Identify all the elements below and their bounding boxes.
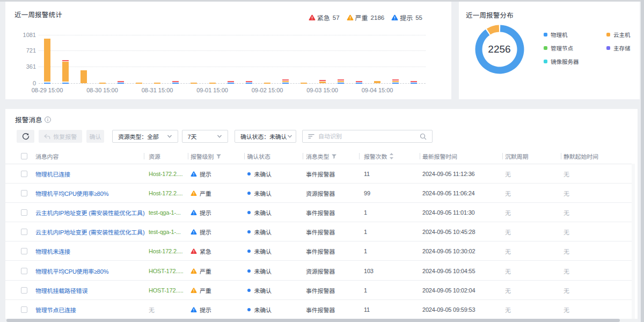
cell-message-content[interactable]: 物理机挂载路径错误 [35, 286, 87, 295]
bar-segment[interactable] [246, 81, 252, 82]
cell-resource[interactable]: 无 [149, 305, 155, 314]
column-header[interactable]: 报警次数 [364, 152, 394, 160]
row-checkbox[interactable] [21, 229, 27, 235]
bar-segment[interactable] [264, 83, 270, 84]
cell-resource[interactable]: Host-172.2.... [149, 248, 182, 254]
row-checkbox[interactable] [21, 287, 27, 294]
table-row[interactable]: 物理机已连接 Host-172.2.... 提示 未确认 事件报警器 11 20… [5, 164, 634, 184]
cell-message-content[interactable]: 物理机已连接 [35, 170, 70, 178]
cell-resource[interactable]: HOST-172..... [149, 287, 184, 294]
dist-legend-item[interactable]: 主存储 [606, 41, 631, 55]
dist-legend-item[interactable]: 镜像服务器 [544, 55, 579, 68]
cell-resource[interactable]: HOST-172..... [149, 268, 184, 274]
column-header[interactable]: 确认状态 [247, 152, 270, 160]
bar-segment[interactable] [209, 83, 216, 84]
cell-resource[interactable]: Host-172.2.... [149, 190, 182, 196]
bar-segment[interactable] [282, 81, 289, 82]
row-checkbox[interactable] [21, 248, 27, 254]
bar-segment[interactable] [301, 83, 307, 84]
resource-type-select[interactable]: 资源类型：全部 [112, 130, 178, 143]
table-row[interactable]: 管理节点已连接 无 提示 未确认 事件报警器 11 2024-09-05 09:… [5, 300, 634, 319]
row-checkbox[interactable] [21, 209, 27, 216]
bar-segment[interactable] [392, 79, 399, 80]
bar-segment[interactable] [282, 79, 289, 80]
cell-message-content[interactable]: 物理机平均CPU使用率≥80% [35, 189, 108, 197]
period-select[interactable]: 7天 [182, 130, 229, 143]
table-row[interactable]: 物理机平均CPU使用率≥80% Host-172.2.... 严重 未确认 资源… [5, 184, 634, 203]
cell-resource[interactable]: test-qga-1-... [149, 229, 181, 235]
bar-segment[interactable] [118, 81, 124, 82]
restore-alert-button[interactable]: 恢复报警 [39, 130, 83, 143]
bar-segment[interactable] [80, 70, 87, 84]
sort-icon[interactable] [389, 152, 394, 160]
cell-message-content[interactable]: 物理机平均CPU使用率≥80% [35, 267, 108, 275]
bar-segment[interactable] [154, 83, 160, 84]
bar-segment[interactable] [338, 81, 344, 82]
dist-legend-item[interactable]: 云主机 [606, 28, 631, 41]
dist-legend-item[interactable]: 管理节点 [544, 41, 579, 55]
dist-legend-item[interactable]: 物理机 [544, 28, 579, 41]
row-checkbox[interactable] [21, 268, 27, 274]
stats-legend-item[interactable]: 提示55 [391, 13, 422, 22]
table-row[interactable]: 云主机内IP地址变更 (需安装性能优化工具) test-qga-1-... 提示… [5, 203, 634, 222]
row-checkbox[interactable] [21, 306, 27, 313]
bar-segment[interactable] [99, 83, 106, 84]
bar-segment[interactable] [411, 83, 417, 84]
bar-segment[interactable] [62, 62, 69, 82]
table-horizontal-scrollbar-thumb[interactable] [6, 319, 620, 322]
bar-segment[interactable] [392, 81, 399, 82]
bar-segment[interactable] [356, 81, 362, 82]
bar-segment[interactable] [228, 83, 234, 84]
column-header[interactable]: 消息内容 [35, 152, 58, 160]
cell-message-content[interactable]: 云主机内IP地址变更 (需安装性能优化工具) [35, 228, 144, 236]
table-vertical-scrollbar[interactable] [632, 164, 635, 319]
column-header[interactable]: 消息类型 [306, 152, 337, 160]
column-header[interactable]: 报警级别 [191, 152, 222, 160]
bar-segment[interactable] [338, 79, 344, 80]
table-row[interactable]: 云主机内IP地址变更 (需安装性能优化工具) test-qga-1-... 提示… [5, 222, 634, 241]
bar-segment[interactable] [44, 83, 50, 84]
bar-segment[interactable] [319, 80, 326, 81]
table-horizontal-scrollbar[interactable] [5, 319, 638, 322]
info-icon[interactable] [45, 116, 51, 123]
confirm-button[interactable]: 确认 [86, 130, 104, 143]
cell-message-content[interactable]: 云主机内IP地址变更 (需安装性能优化工具) [35, 208, 144, 217]
search-input[interactable] [318, 133, 416, 140]
column-header[interactable]: 沉默周期 [505, 152, 528, 160]
table-row[interactable]: 物理机未连接 Host-172.2.... 紧急 未确认 事件报警器 1 202… [5, 241, 634, 261]
bar-segment[interactable] [374, 81, 380, 84]
table-row[interactable]: 物理机挂载路径错误 HOST-172..... 严重 未确认 事件报警器 1 2… [5, 281, 634, 300]
filter-icon[interactable] [216, 153, 222, 159]
column-header[interactable]: 资源 [149, 152, 160, 160]
cell-message-content[interactable]: 管理节点已连接 [35, 305, 76, 314]
bar-segment[interactable] [338, 83, 344, 84]
bar-segment[interactable] [62, 60, 69, 61]
bar-segment[interactable] [228, 81, 234, 82]
page-scrollbar[interactable] [641, 0, 644, 322]
bar-segment[interactable] [44, 39, 50, 82]
stats-legend-item[interactable]: 紧急57 [309, 13, 340, 22]
filter-icon[interactable] [331, 153, 337, 159]
stats-legend-item[interactable]: 严重2186 [347, 13, 385, 22]
cell-resource[interactable]: test-qga-1-... [149, 209, 181, 216]
bar-segment[interactable] [118, 83, 124, 84]
bar-segment[interactable] [172, 83, 179, 84]
cell-message-content[interactable]: 物理机未连接 [35, 247, 70, 255]
bar-segment[interactable] [62, 83, 69, 84]
cell-resource[interactable]: Host-172.2.... [149, 171, 182, 177]
ack-state-select[interactable]: 确认状态：未确认 [235, 130, 296, 143]
bar-segment[interactable] [411, 81, 417, 82]
refresh-button[interactable] [17, 130, 34, 143]
table-row[interactable]: 物理机平均CPU使用率≥80% HOST-172..... 严重 未确认 资源报… [5, 261, 634, 281]
column-header[interactable]: 静默起始时间 [564, 152, 598, 160]
bar-segment[interactable] [136, 83, 142, 84]
bar-segment[interactable] [392, 83, 399, 84]
bar-segment[interactable] [282, 83, 289, 84]
bar-segment[interactable] [172, 81, 179, 82]
row-checkbox[interactable] [21, 171, 27, 177]
search-icon[interactable] [420, 133, 427, 140]
bar-segment[interactable] [246, 83, 252, 84]
select-all-checkbox[interactable] [21, 153, 27, 159]
bar-segment[interactable] [319, 82, 326, 84]
column-header[interactable]: 最新报警时间 [422, 152, 457, 160]
